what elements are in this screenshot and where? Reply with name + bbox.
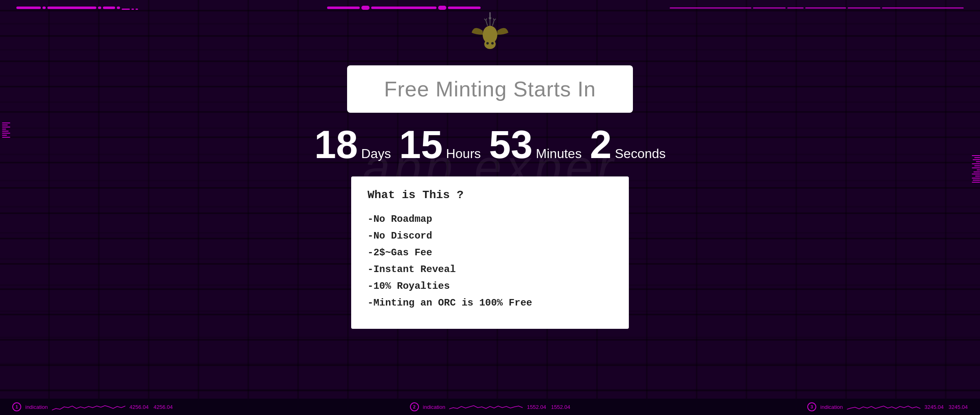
bar-segment-thin (753, 7, 786, 9)
info-list: -No Roadmap -No Discord -2$~Gas Fee -Ins… (368, 214, 612, 308)
indicator-label-2: indication (423, 404, 445, 410)
bar-segment (42, 7, 46, 9)
bar-segment (327, 7, 360, 9)
side-tick (972, 182, 980, 183)
indicator-circle-3: 3 (807, 402, 816, 411)
side-tick (972, 178, 980, 178)
seconds-number: 2 (590, 125, 611, 164)
mascot-icon (470, 12, 510, 61)
seconds-label: Seconds (615, 146, 666, 161)
svg-line-7 (492, 20, 494, 26)
list-item: -Instant Reveal (368, 264, 612, 275)
indicator-value-1b: 4256.04 (154, 404, 173, 410)
side-decoration-right (968, 155, 980, 183)
side-tick (973, 180, 980, 181)
title-box: Free Minting Starts In (347, 65, 633, 113)
indicator-label-1: indication (25, 404, 48, 410)
svg-line-13 (494, 19, 496, 20)
bar-segment-rounded (438, 6, 446, 10)
bottom-status-bar: 1 indication 4256.04 4256.04 2 indicatio… (0, 399, 980, 415)
side-tick (972, 167, 980, 168)
list-item: -10% Royalties (368, 281, 612, 292)
side-tick (976, 161, 980, 162)
hours-number: 15 (399, 125, 443, 164)
bar-segment (371, 7, 437, 9)
minutes-number: 53 (489, 125, 533, 164)
side-tick (973, 172, 980, 172)
indicator-label-3: indication (820, 404, 843, 410)
hours-label: Hours (446, 146, 481, 161)
bar-segment-thin (882, 7, 964, 9)
bar-segment (16, 7, 41, 9)
indicator-values-2: 1552.04 1552.04 (527, 404, 570, 410)
side-tick (977, 170, 980, 170)
indicator-chart-2 (449, 403, 523, 411)
svg-line-9 (486, 18, 487, 20)
list-item: -No Discord (368, 230, 612, 241)
top-bar-left (16, 6, 138, 10)
bar-segment-rounded (361, 6, 370, 10)
side-tick (974, 157, 980, 158)
svg-point-3 (486, 42, 489, 45)
side-tick (2, 137, 10, 138)
indicator-chart-3 (847, 403, 920, 411)
countdown-timer: 18 Days 15 Hours 53 Minutes 2 Seconds (314, 125, 666, 164)
bar-segment-thin (805, 7, 846, 9)
indicator-3: 3 indication 3245.04 3245.04 (807, 402, 968, 411)
top-bar-center (327, 6, 481, 10)
indicator-value-2b: 1552.04 (551, 404, 570, 410)
side-tick (2, 129, 6, 129)
countdown-seconds: 2 Seconds (590, 125, 666, 164)
svg-point-2 (484, 39, 496, 49)
indicator-1: 1 indication 4256.04 4256.04 (12, 402, 173, 411)
countdown-days: 18 Days (314, 125, 391, 164)
side-tick (972, 174, 980, 174)
svg-point-4 (491, 42, 494, 45)
side-tick (972, 163, 980, 164)
side-tick (2, 135, 7, 136)
side-tick (975, 176, 980, 176)
info-title: What is This ? (368, 189, 612, 201)
indicator-chart-1 (52, 403, 125, 411)
title-text: Free Minting Starts In (384, 77, 596, 101)
mascot-container (466, 8, 514, 61)
bar-segment (98, 7, 101, 9)
bar-segment (47, 7, 96, 9)
indicator-2: 2 indication 1552.04 1552.04 (410, 402, 570, 411)
side-tick (972, 155, 980, 156)
side-tick (973, 159, 980, 160)
info-box: What is This ? -No Roadmap -No Discord -… (351, 176, 629, 329)
days-label: Days (361, 146, 391, 161)
top-bar-right (670, 7, 964, 9)
side-decoration-left (0, 123, 12, 138)
indicator-values-1: 4256.04 4256.04 (129, 404, 173, 410)
side-tick (2, 125, 8, 125)
bar-segment (103, 7, 115, 9)
bar-segment-thin (670, 7, 751, 9)
side-tick (974, 165, 980, 166)
indicator-value-3b: 3245.04 (949, 404, 968, 410)
list-item: -No Roadmap (368, 214, 612, 225)
side-tick (2, 123, 10, 123)
indicator-values-3: 3245.04 3245.04 (924, 404, 968, 410)
side-tick (2, 127, 10, 127)
bar-segment-thin (136, 9, 138, 10)
bar-segment-thin (787, 7, 804, 9)
bar-segment-thin (131, 9, 134, 10)
side-tick (2, 133, 10, 134)
indicator-value-1a: 4256.04 (129, 404, 149, 410)
minutes-label: Minutes (536, 146, 581, 161)
indicator-circle-1: 1 (12, 402, 21, 411)
side-tick (2, 131, 9, 132)
countdown-minutes: 53 Minutes (489, 125, 582, 164)
list-item: -2$~Gas Fee (368, 247, 612, 258)
bar-segment-thin (122, 9, 130, 10)
list-item: -Minting an ORC is 100% Free (368, 297, 612, 308)
days-number: 18 (314, 125, 358, 164)
svg-line-5 (486, 20, 488, 26)
indicator-circle-2: 2 (410, 402, 419, 411)
bar-segment-thin (848, 7, 880, 9)
indicator-value-2a: 1552.04 (527, 404, 546, 410)
main-content: Free Minting Starts In 18 Days 15 Hours … (347, 65, 633, 329)
bar-segment (117, 7, 120, 9)
